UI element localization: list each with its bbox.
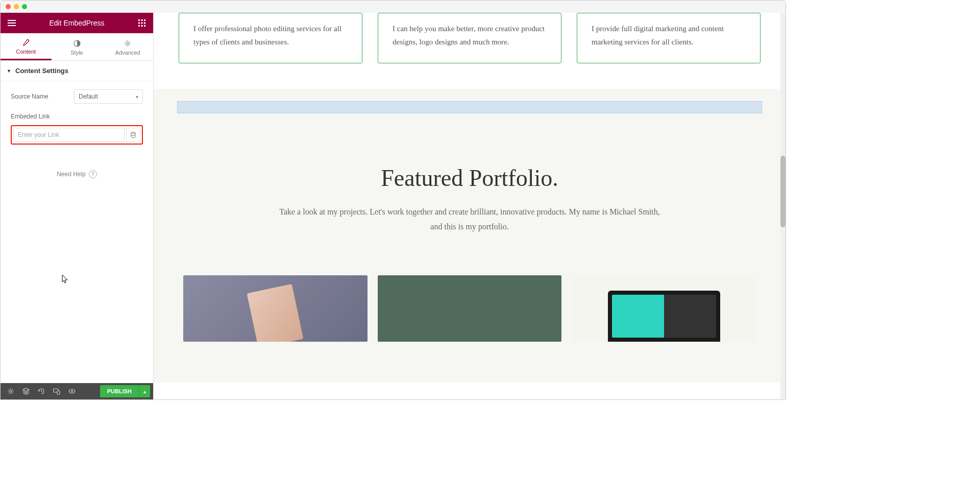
- layers-icon: [22, 388, 30, 395]
- menu-icon[interactable]: [7, 18, 17, 28]
- portfolio-title[interactable]: Featured Portfolio.: [177, 164, 762, 192]
- svg-rect-6: [138, 25, 140, 27]
- caret-down-icon: ▾: [8, 68, 10, 74]
- editor-tabs: Content Style Advanced: [1, 33, 153, 61]
- window-close-icon[interactable]: [6, 4, 11, 9]
- portfolio-item[interactable]: [183, 275, 368, 342]
- tab-label: Content: [16, 49, 36, 55]
- responsive-button[interactable]: [50, 384, 64, 398]
- navigator-button[interactable]: [19, 384, 33, 398]
- widgets-grid-icon[interactable]: [137, 18, 147, 28]
- help-icon: ?: [89, 170, 97, 178]
- tab-style[interactable]: Style: [52, 33, 103, 60]
- preview-button[interactable]: [65, 384, 79, 398]
- svg-rect-5: [144, 22, 145, 24]
- svg-point-15: [71, 391, 73, 392]
- history-button[interactable]: [34, 384, 48, 398]
- svg-rect-7: [141, 25, 142, 27]
- embed-link-input[interactable]: [13, 128, 125, 142]
- svg-rect-4: [141, 22, 142, 24]
- editor-canvas[interactable]: I offer professional photo editing servi…: [154, 13, 786, 399]
- svg-rect-0: [138, 19, 140, 21]
- gear-icon: [124, 39, 132, 48]
- source-name-select[interactable]: Default: [74, 89, 143, 104]
- need-help-link[interactable]: Need Help ?: [11, 170, 143, 178]
- svg-rect-8: [144, 25, 145, 27]
- svg-point-11: [131, 132, 135, 134]
- svg-point-12: [10, 390, 12, 392]
- embed-link-highlight: [11, 125, 143, 145]
- tab-advanced[interactable]: Advanced: [102, 33, 153, 60]
- tab-content[interactable]: Content: [1, 33, 52, 60]
- help-text: Need Help: [57, 171, 86, 178]
- portfolio-subtitle[interactable]: Take a look at my projects. Let's work t…: [276, 205, 664, 234]
- portfolio-grid: [177, 275, 762, 342]
- sidebar-header: Edit EmbedPress: [1, 13, 153, 33]
- gear-icon: [7, 388, 14, 395]
- svg-rect-2: [144, 19, 145, 21]
- svg-rect-3: [138, 22, 140, 24]
- section-content-settings[interactable]: ▾ Content Settings: [1, 61, 153, 81]
- responsive-icon: [53, 388, 60, 395]
- pencil-icon: [22, 38, 30, 46]
- dynamic-tags-button[interactable]: [126, 128, 140, 142]
- portfolio-item[interactable]: [572, 275, 756, 342]
- service-card[interactable]: I offer professional photo editing servi…: [179, 13, 362, 63]
- editor-sidebar: Edit EmbedPress Content Style: [1, 13, 154, 399]
- eye-icon: [68, 388, 76, 395]
- sidebar-title: Edit EmbedPress: [49, 19, 104, 27]
- window-minimize-icon[interactable]: [14, 4, 19, 9]
- widget-dropzone[interactable]: [177, 101, 762, 113]
- window-controls: [1, 1, 786, 13]
- history-icon: [38, 388, 45, 395]
- settings-panel: ▾ Content Settings Source Name Default E…: [1, 61, 153, 383]
- embed-link-label: Embeded Link: [11, 113, 143, 120]
- service-card[interactable]: I can help you make better, more creativ…: [378, 13, 561, 63]
- publish-options-button[interactable]: ▴: [139, 385, 150, 397]
- services-cards-row: I offer professional photo editing servi…: [154, 13, 786, 79]
- publish-button[interactable]: PUBLISH: [100, 385, 139, 397]
- portfolio-section: Featured Portfolio. Take a look at my pr…: [154, 89, 786, 383]
- database-icon: [131, 132, 136, 138]
- svg-rect-1: [141, 19, 142, 21]
- select-value: Default: [79, 93, 98, 100]
- contrast-icon: [73, 39, 81, 48]
- svg-point-10: [127, 42, 129, 44]
- service-card[interactable]: I provide full digital marketing and con…: [577, 13, 761, 63]
- svg-rect-14: [57, 391, 60, 394]
- source-name-label: Source Name: [11, 93, 48, 100]
- app-window: Edit EmbedPress Content Style: [0, 0, 786, 400]
- settings-button[interactable]: [4, 384, 18, 398]
- sidebar-footer: PUBLISH ▴: [1, 383, 153, 399]
- tab-label: Advanced: [115, 50, 140, 56]
- tab-label: Style: [70, 50, 83, 56]
- section-title: Content Settings: [15, 67, 68, 75]
- window-maximize-icon[interactable]: [22, 4, 27, 9]
- portfolio-item[interactable]: [378, 275, 562, 342]
- scrollbar-thumb[interactable]: [780, 156, 786, 227]
